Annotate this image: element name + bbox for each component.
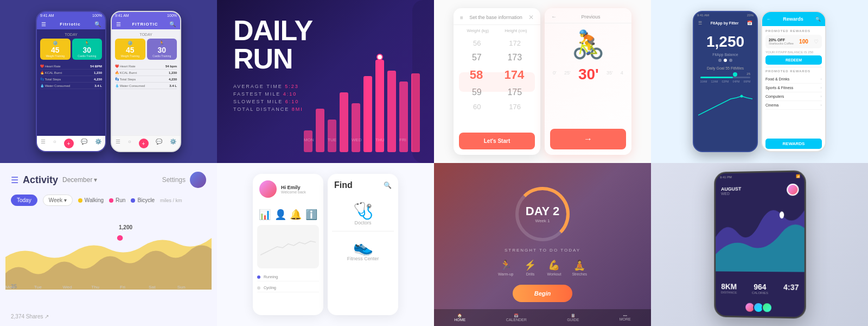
find-card: Find 🔍 🩺 Doctors 👟 Fitness Center [328,174,398,315]
card-sub: Starbucks Coffee [769,42,794,45]
list-item-computers[interactable]: Computers › [765,92,822,101]
weight-card-light[interactable]: ⚙️ 45 Weight Training [115,39,145,60]
info-icon[interactable]: ℹ️ [305,209,317,221]
picker-column-headers: Weight (kg) Height (cm) [454,25,540,36]
search-icon[interactable]: 🔍 [384,181,392,189]
fitapp-status: 9:41 AM 23% [694,12,757,18]
warmup-icon: 🏃 [498,259,514,271]
settings-link[interactable]: Settings [162,176,186,184]
wave-phone: 9:41 PM 📶 AUGUST WED [714,170,806,318]
activity-item-running: Running [257,273,319,281]
doctors-item[interactable]: 🩺 Doctors [353,201,373,225]
nav-guide[interactable]: 📋GUIDE [567,314,579,322]
list-item-food[interactable]: Food & Drinks › [765,75,822,84]
user-avatar [787,184,799,196]
previous-label: Previous [581,14,600,20]
doctors-icon: 🩺 [353,201,373,220]
user-icon[interactable]: 👤 [275,209,286,221]
shares-count: 2,374 Shares ↗ [11,314,49,319]
legend-run: Run [109,197,125,203]
picker-rows[interactable]: 56 172 57 173 58 174 59 175 60 176 [454,36,540,127]
hamburger-icon[interactable]: ☰ [11,175,18,185]
timer-footer: → [545,123,631,155]
time-stat: 4:37 [783,283,799,295]
month-label: AUGUST [721,186,741,191]
distance-label: DISTANCE [721,291,737,294]
redeem-button[interactable]: REDEEM [765,55,822,65]
bell-icon[interactable]: 🔔 [290,209,302,221]
workout-icon: 💪 [547,259,561,271]
activity-filters: Today Week ▾ Walking Run Bicycle miles /… [0,192,217,208]
picker-row: 59 175 [454,85,540,100]
bottom-nav: ☰ ○ + 💬 ⚙️ [37,136,105,151]
svg-rect-7 [387,71,396,152]
rewards-phone: ← Rewards 🔍 PROMOTED REWARDS 20% OFF Sta… [761,11,826,152]
svg-text:Tue: Tue [34,285,42,290]
fit-curve-chart [698,88,752,121]
distance-stat: 8KM DISTANCE [721,282,737,294]
phone-body: TODAY ⚙️ 45 Weight Training 🏃 30 Cardio … [37,29,105,136]
day-label: WED [721,191,741,195]
water-stat: 💧 Water Consumed 3.4 L [40,83,102,89]
begin-button[interactable]: Begin [513,285,573,302]
emily-body: 📊 👤 🔔 ℹ️ Running [253,204,323,315]
nav-calendar[interactable]: 📅CALENDER [506,314,527,322]
friend-avatars [716,298,804,317]
emily-avatar [259,180,277,198]
weight-training-card[interactable]: ⚙️ 45 Weight Training [40,39,71,60]
next-button[interactable]: → [550,129,626,149]
close-icon[interactable]: ✕ [528,14,534,21]
run-dot [109,198,113,203]
unit-label[interactable]: miles / km [160,198,182,203]
fitness-item[interactable]: 👟 Fitness Center [347,237,379,261]
cardio-card-light[interactable]: 🏃 30 Cardio Training [147,39,177,60]
fitriotic-light-phone: 9:41 AM 100% ☰ FITRIOTIC 🔍 TODAY ⚙️ 45 W… [111,11,181,152]
picker-row: 57 173 [454,50,540,65]
cell-daily-run: DAILYRUN AVERAGE TIME 5:23 FASTEST MILE … [217,0,434,163]
svg-text:MON: MON [304,137,314,142]
today-label-light: TODAY [115,33,177,36]
lets-start-button[interactable]: Let's Start [459,133,535,149]
list-item-cinema[interactable]: Cinema › [765,101,822,110]
today-label: TODAY [40,33,102,36]
bike-timer-panel: ← Previous 🚴 0' 25' 30' 35' 4 → [545,8,631,155]
filter-week[interactable]: Week ▾ [43,195,73,206]
total-distance: TOTAL DISTANCE 8MI [233,106,312,112]
emily-icon-row: 📊 👤 🔔 ℹ️ [257,209,319,221]
cardio-training-card[interactable]: 🏃 30 Cardio Training [72,39,103,60]
rewards-button[interactable]: REWARDS [765,139,822,149]
svg-rect-5 [363,76,372,152]
fitness-icon: 👟 [347,237,379,256]
nav-more[interactable]: •••MORE [620,314,631,322]
svg-point-17 [117,235,123,241]
picker-row: 56 172 [454,36,540,50]
promo-card[interactable]: 20% OFF Starbucks Coffee 100 ♡ [765,35,822,48]
calories-value: 964 [752,283,768,291]
svg-text:Sun: Sun [177,285,186,290]
svg-text:Fri: Fri [120,285,125,290]
daily-run-title: DAILYRUN [233,16,312,73]
chart-icon[interactable]: 📊 [259,209,271,221]
strength-label: STRENGHT TO DO TODAY [434,248,651,253]
activity-chart: 1,200 Mon Tue Wed Thu Fri Sat Sun 35 [5,208,212,306]
points: 100 [799,39,808,45]
picker-row-selected: 58 174 [454,65,540,85]
stretches-item: 🧘 Streches [572,259,587,276]
filter-today[interactable]: Today [11,195,37,206]
rewards-header: ← Rewards 🔍 [762,12,825,26]
nav-home[interactable]: 🏠HOME [454,314,465,322]
fitapp-phone: 9:41 AM 23% ☰ FitApp by Fitter 📅 1,250 F… [693,11,758,152]
svg-text:Sat: Sat [149,285,156,290]
list-item-sports[interactable]: Sports & Fitness › [765,84,822,92]
fab-button[interactable]: + [64,139,74,148]
fab-button-light[interactable]: + [139,139,149,148]
emily-header: Hi Emily Welcome back [253,174,323,204]
run-stats: AVERAGE TIME 5:23 FASTEST MILE 4:10 SLOW… [233,84,312,112]
activity-footer: 2,374 Shares ↗ [11,314,206,319]
wave-chart-svg [716,199,804,272]
c8-header: AUGUST WED [716,180,804,200]
month-selector[interactable]: December ▾ [62,176,97,184]
avg-time: AVERAGE TIME 5:23 [233,84,312,89]
friend-avatar-3 [762,302,773,313]
svg-text:FRI: FRI [399,137,406,142]
